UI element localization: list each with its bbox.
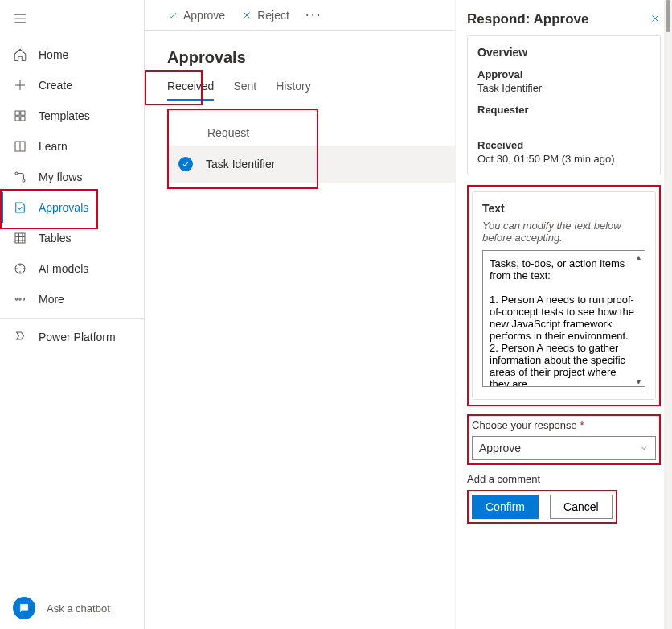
more-actions[interactable]: ··· [305,6,322,23]
text-heading: Text [482,202,645,215]
sidebar-item-label: Tables [39,232,71,245]
reject-button[interactable]: Reject [241,9,289,22]
status-check-icon [178,157,193,171]
plus-icon [13,78,27,92]
sidebar-item-learn[interactable]: Learn [0,131,144,162]
sidebar-item-tables[interactable]: Tables [0,223,144,253]
approve-button[interactable]: Approve [167,9,225,22]
highlight-response-section: Choose your response * Approve [467,414,661,465]
book-icon [13,139,27,154]
comment-label: Add a comment [467,473,661,485]
nav-list: Home Create Templates Learn My flows App… [0,39,144,587]
svg-point-0 [15,172,18,175]
sidebar-item-approvals[interactable]: Approvals [0,192,144,223]
chevron-down-icon [639,443,649,453]
panel-scrollbar[interactable] [664,0,672,629]
response-text-input[interactable] [482,250,645,387]
request-title: Task Identifier [206,158,275,171]
confirm-button[interactable]: Confirm [472,495,539,519]
tab-history[interactable]: History [276,73,311,101]
svg-point-1 [23,179,25,182]
svg-point-4 [19,298,21,300]
text-card: Text You can modify the text below befor… [472,191,656,400]
sidebar-item-label: Create [39,79,72,92]
close-icon [649,13,661,24]
overview-heading: Overview [477,46,650,59]
main-area: Approve Reject ··· Approvals Received Se… [145,0,672,629]
scrollbar-thumb[interactable] [666,0,670,32]
panel-title: Respond: Approve [467,11,588,27]
sidebar-item-label: Power Platform [39,331,116,343]
response-value: Approve [479,442,521,454]
platform-icon [13,330,27,344]
response-label: Choose your response * [472,419,656,431]
tables-icon [13,231,27,245]
scroll-up-icon[interactable]: ▲ [635,253,642,261]
chatbot-launcher[interactable]: Ask a chatbot [0,587,144,629]
scroll-down-icon[interactable]: ▼ [635,378,642,386]
svg-point-3 [15,298,17,300]
sidebar-item-label: Templates [39,109,90,122]
sidebar-item-label: Home [39,48,68,61]
approval-label: Approval [477,68,650,80]
svg-point-5 [23,298,24,300]
sidebar-item-label: Approvals [39,201,88,214]
requester-label: Requester [477,104,650,116]
nav-separator [0,318,144,319]
highlight-confirm: Confirm Cancel [467,490,617,524]
approval-value: Task Identifier [477,82,650,94]
sidebar-item-more[interactable]: More [0,284,144,314]
approve-label: Approve [183,9,225,22]
sidebar: Home Create Templates Learn My flows App… [0,0,145,629]
tab-received[interactable]: Received [167,73,214,101]
chatbot-icon [13,597,35,619]
sidebar-item-label: Learn [39,140,68,153]
sidebar-item-label: My flows [39,171,82,183]
approvals-icon [13,200,27,215]
flows-icon [13,170,27,184]
cancel-button[interactable]: Cancel [550,495,613,519]
ai-icon [13,261,27,276]
sidebar-item-power-platform[interactable]: Power Platform [0,322,144,352]
hamburger-menu[interactable] [0,0,144,39]
received-value: Oct 30, 01:50 PM (3 min ago) [477,153,650,165]
text-hint: You can modify the text below before acc… [482,220,645,244]
requester-value [477,117,650,130]
home-icon [13,47,27,62]
required-indicator: * [580,419,584,431]
tab-sent[interactable]: Sent [233,73,256,101]
action-buttons: Confirm Cancel [472,495,613,519]
highlight-text-section: Text You can modify the text below befor… [467,185,661,406]
reject-label: Reject [257,9,289,22]
sidebar-item-label: AI models [39,262,88,275]
panel-header: Respond: Approve [467,11,661,27]
sidebar-item-templates[interactable]: Templates [0,101,144,131]
check-icon [167,10,178,21]
respond-panel: Respond: Approve Overview Approval Task … [455,0,672,629]
x-icon [241,10,252,21]
response-select[interactable]: Approve [472,436,656,460]
sidebar-item-ai-models[interactable]: AI models [0,253,144,284]
close-panel-button[interactable] [649,13,661,27]
received-label: Received [477,139,650,151]
sidebar-item-my-flows[interactable]: My flows [0,162,144,192]
textarea-wrapper: ▲ ▼ [482,250,645,389]
sidebar-item-label: More [39,293,64,306]
hamburger-icon [13,11,27,26]
templates-icon [13,109,27,123]
chatbot-label: Ask a chatbot [47,602,110,615]
overview-card: Overview Approval Task Identifier Reques… [467,35,661,175]
more-icon [13,292,27,306]
sidebar-item-create[interactable]: Create [0,70,144,101]
sidebar-item-home[interactable]: Home [0,39,144,70]
